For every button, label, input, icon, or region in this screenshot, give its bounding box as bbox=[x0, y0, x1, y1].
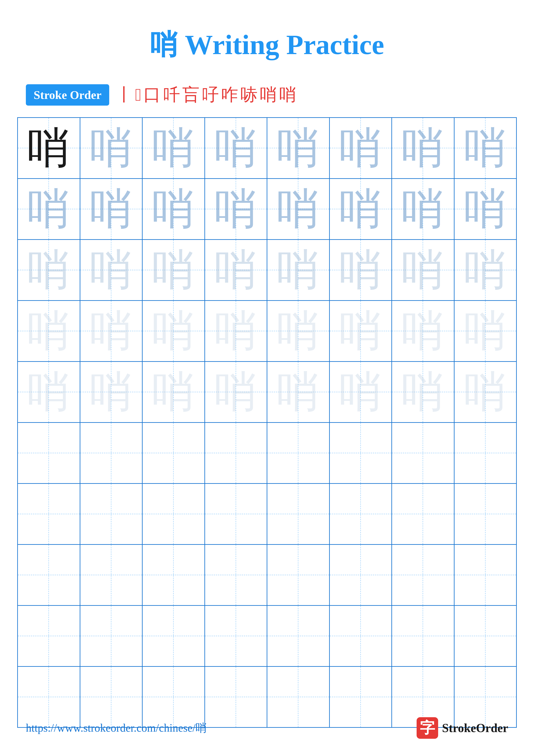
grid-cell[interactable] bbox=[330, 606, 392, 666]
grid-cell[interactable]: 哨 bbox=[330, 301, 392, 361]
grid-cell[interactable]: 哨 bbox=[267, 179, 330, 239]
practice-char: 哨 bbox=[152, 310, 195, 353]
grid-cell[interactable] bbox=[392, 606, 454, 666]
grid-cell[interactable] bbox=[80, 423, 143, 483]
practice-char: 哨 bbox=[152, 249, 195, 292]
grid-cell[interactable]: 哨 bbox=[267, 362, 330, 422]
practice-char: 哨 bbox=[214, 249, 257, 292]
grid-cell[interactable]: 哨 bbox=[392, 362, 454, 422]
grid-cell[interactable] bbox=[18, 423, 80, 483]
grid-cell[interactable] bbox=[267, 606, 330, 666]
grid-cell[interactable] bbox=[205, 545, 267, 605]
grid-cell[interactable]: 哨 bbox=[454, 240, 516, 300]
grid-cell[interactable]: 哨 bbox=[205, 240, 267, 300]
grid-cell[interactable]: 哨 bbox=[330, 179, 392, 239]
grid-cell[interactable]: 哨 bbox=[205, 179, 267, 239]
practice-char: 哨 bbox=[89, 126, 133, 170]
grid-cell[interactable]: 哨 bbox=[80, 301, 143, 361]
grid-cell[interactable] bbox=[454, 423, 516, 483]
practice-char: 哨 bbox=[89, 310, 133, 353]
grid-cell[interactable]: 哨 bbox=[80, 240, 143, 300]
grid-cell[interactable]: 哨 bbox=[142, 240, 205, 300]
grid-cell[interactable] bbox=[454, 545, 516, 605]
grid-cell[interactable] bbox=[142, 484, 205, 544]
grid-cell[interactable]: 哨 bbox=[330, 362, 392, 422]
grid-cell[interactable]: 哨 bbox=[18, 118, 80, 178]
strokeorder-icon: 字 bbox=[417, 717, 438, 739]
practice-char: 哨 bbox=[214, 370, 257, 414]
practice-char: 哨 bbox=[339, 187, 382, 230]
grid-cell[interactable]: 哨 bbox=[18, 301, 80, 361]
grid-cell[interactable] bbox=[142, 423, 205, 483]
grid-cell[interactable] bbox=[392, 484, 454, 544]
grid-cell[interactable] bbox=[205, 606, 267, 666]
grid-cell[interactable] bbox=[454, 484, 516, 544]
grid-cell[interactable] bbox=[267, 423, 330, 483]
practice-char: 哨 bbox=[277, 370, 320, 414]
grid-cell[interactable] bbox=[18, 484, 80, 544]
grid-cell[interactable] bbox=[330, 423, 392, 483]
grid-cell[interactable]: 哨 bbox=[205, 118, 267, 178]
grid-cell[interactable] bbox=[267, 545, 330, 605]
grid-cell[interactable] bbox=[205, 423, 267, 483]
footer-logo-text: StrokeOrder bbox=[442, 721, 508, 735]
practice-char: 哨 bbox=[27, 370, 70, 414]
practice-char: 哨 bbox=[277, 249, 320, 292]
stroke-3: 口 bbox=[143, 83, 161, 106]
grid-cell[interactable] bbox=[142, 545, 205, 605]
grid-cell[interactable]: 哨 bbox=[80, 362, 143, 422]
grid-cell[interactable]: 哨 bbox=[330, 240, 392, 300]
stroke-order-section: Stroke Order 丨 𠃍 口 吀 吂 吇 咋 哧 哨 哨 bbox=[0, 77, 534, 117]
practice-char: 哨 bbox=[464, 126, 507, 170]
grid-cell[interactable]: 哨 bbox=[205, 301, 267, 361]
grid-cell[interactable] bbox=[80, 484, 143, 544]
grid-cell[interactable]: 哨 bbox=[205, 362, 267, 422]
practice-grid: 哨 哨 哨 哨 哨 哨 哨 哨 哨 哨 哨 bbox=[17, 117, 517, 728]
practice-char: 哨 bbox=[89, 370, 133, 414]
grid-cell[interactable] bbox=[142, 606, 205, 666]
grid-cell[interactable] bbox=[392, 423, 454, 483]
grid-cell[interactable]: 哨 bbox=[18, 362, 80, 422]
stroke-sequence: 丨 𠃍 口 吀 吂 吇 咋 哧 哨 哨 bbox=[116, 83, 296, 106]
grid-cell[interactable]: 哨 bbox=[142, 362, 205, 422]
grid-cell[interactable] bbox=[80, 606, 143, 666]
grid-cell[interactable]: 哨 bbox=[18, 240, 80, 300]
grid-cell[interactable]: 哨 bbox=[80, 118, 143, 178]
footer: https://www.strokeorder.com/chinese/哨 字 … bbox=[0, 717, 534, 739]
grid-cell[interactable]: 哨 bbox=[267, 301, 330, 361]
grid-cell[interactable]: 哨 bbox=[454, 179, 516, 239]
grid-cell[interactable]: 哨 bbox=[267, 240, 330, 300]
grid-row-2: 哨 哨 哨 哨 哨 哨 哨 哨 bbox=[18, 179, 516, 240]
practice-char: 哨 bbox=[401, 187, 445, 230]
grid-cell[interactable] bbox=[18, 545, 80, 605]
grid-cell[interactable] bbox=[330, 484, 392, 544]
grid-cell[interactable]: 哨 bbox=[80, 179, 143, 239]
grid-cell[interactable]: 哨 bbox=[392, 240, 454, 300]
page-title: 哨 Writing Practice bbox=[0, 0, 534, 77]
grid-cell[interactable]: 哨 bbox=[392, 301, 454, 361]
grid-row-9 bbox=[18, 606, 516, 667]
grid-cell[interactable]: 哨 bbox=[142, 179, 205, 239]
grid-cell[interactable]: 哨 bbox=[392, 179, 454, 239]
grid-cell[interactable] bbox=[392, 545, 454, 605]
grid-cell[interactable] bbox=[454, 606, 516, 666]
practice-char: 哨 bbox=[27, 126, 70, 170]
grid-cell[interactable] bbox=[80, 545, 143, 605]
footer-url[interactable]: https://www.strokeorder.com/chinese/哨 bbox=[26, 720, 207, 736]
grid-cell[interactable] bbox=[18, 606, 80, 666]
grid-cell[interactable]: 哨 bbox=[142, 301, 205, 361]
practice-char: 哨 bbox=[214, 187, 257, 230]
grid-cell[interactable]: 哨 bbox=[392, 118, 454, 178]
practice-char: 哨 bbox=[401, 370, 445, 414]
grid-cell[interactable]: 哨 bbox=[18, 179, 80, 239]
grid-cell[interactable] bbox=[267, 484, 330, 544]
grid-cell[interactable]: 哨 bbox=[142, 118, 205, 178]
grid-cell[interactable]: 哨 bbox=[330, 118, 392, 178]
grid-cell[interactable]: 哨 bbox=[454, 362, 516, 422]
grid-cell[interactable]: 哨 bbox=[454, 118, 516, 178]
grid-cell[interactable]: 哨 bbox=[454, 301, 516, 361]
practice-char: 哨 bbox=[27, 310, 70, 353]
grid-cell[interactable] bbox=[205, 484, 267, 544]
grid-cell[interactable]: 哨 bbox=[267, 118, 330, 178]
grid-cell[interactable] bbox=[330, 545, 392, 605]
